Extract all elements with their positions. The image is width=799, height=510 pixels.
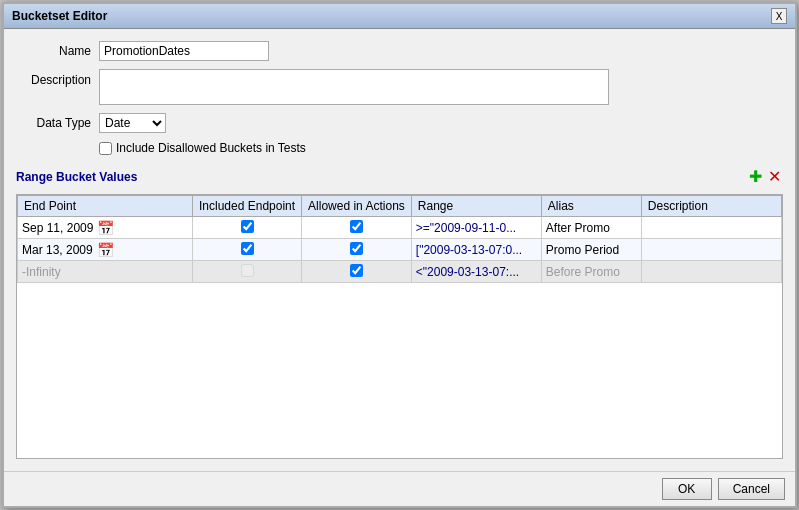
toolbar: ✚ ✕ [747, 167, 783, 186]
range-cell: ["2009-03-13-07:0... [411, 239, 541, 261]
calendar-icon[interactable]: 📅 [97, 242, 114, 258]
alias-cell: Before Promo [541, 261, 641, 283]
dialog-content: Name Description Data Type Date Number S… [4, 29, 795, 471]
section-header: Range Bucket Values ✚ ✕ [16, 167, 783, 186]
delete-button[interactable]: ✕ [766, 167, 783, 186]
col-range: Range [411, 196, 541, 217]
title-bar: Bucketset Editor X [4, 4, 795, 29]
include-disallowed-label: Include Disallowed Buckets in Tests [116, 141, 306, 155]
datatype-select[interactable]: Date Number String [99, 113, 166, 133]
col-alias: Alias [541, 196, 641, 217]
allowed-actions-checkbox[interactable] [350, 220, 363, 233]
col-desc: Description [641, 196, 781, 217]
description-cell [641, 217, 781, 239]
name-input[interactable] [99, 41, 269, 61]
allowed-actions-cell [302, 261, 412, 283]
col-allowed: Allowed in Actions [302, 196, 412, 217]
allowed-actions-checkbox[interactable] [350, 242, 363, 255]
included-endpoint-cell [193, 239, 302, 261]
allowed-actions-cell [302, 239, 412, 261]
desc-row: Description [16, 69, 783, 105]
cancel-button[interactable]: Cancel [718, 478, 785, 500]
section-title: Range Bucket Values [16, 170, 137, 184]
datatype-row: Data Type Date Number String [16, 113, 783, 133]
ok-button[interactable]: OK [662, 478, 712, 500]
included-endpoint-checkbox[interactable] [241, 242, 254, 255]
endpoint-value: Sep 11, 2009 [22, 221, 93, 235]
endpoint-value: -Infinity [22, 265, 61, 279]
description-cell [641, 239, 781, 261]
table-row: Mar 13, 2009📅["2009-03-13-07:0...Promo P… [18, 239, 782, 261]
datatype-label: Data Type [16, 116, 91, 130]
endpoint-cell: Mar 13, 2009📅 [18, 239, 193, 261]
range-cell: <"2009-03-13-07:... [411, 261, 541, 283]
bucket-table: End Point Included Endpoint Allowed in A… [17, 195, 782, 283]
table-container: End Point Included Endpoint Allowed in A… [16, 194, 783, 459]
included-endpoint-checkbox [241, 264, 254, 277]
col-endpoint: End Point [18, 196, 193, 217]
alias-cell: Promo Period [541, 239, 641, 261]
include-disallowed-checkbox[interactable] [99, 142, 112, 155]
alias-cell: After Promo [541, 217, 641, 239]
dialog: Bucketset Editor X Name Description Data… [2, 2, 797, 508]
calendar-icon[interactable]: 📅 [97, 220, 114, 236]
add-button[interactable]: ✚ [747, 167, 764, 186]
col-included: Included Endpoint [193, 196, 302, 217]
endpoint-cell: Sep 11, 2009📅 [18, 217, 193, 239]
description-cell [641, 261, 781, 283]
footer: OK Cancel [4, 471, 795, 506]
included-endpoint-checkbox[interactable] [241, 220, 254, 233]
allowed-actions-checkbox[interactable] [350, 264, 363, 277]
include-disallowed-row: Include Disallowed Buckets in Tests [99, 141, 783, 155]
dialog-title: Bucketset Editor [12, 9, 107, 23]
table-row: -Infinity<"2009-03-13-07:...Before Promo [18, 261, 782, 283]
desc-input[interactable] [99, 69, 609, 105]
table-row: Sep 11, 2009📅>="2009-09-11-0...After Pro… [18, 217, 782, 239]
endpoint-cell: -Infinity [18, 261, 193, 283]
desc-label: Description [16, 73, 91, 87]
name-label: Name [16, 44, 91, 58]
name-row: Name [16, 41, 783, 61]
close-button[interactable]: X [771, 8, 787, 24]
included-endpoint-cell [193, 217, 302, 239]
included-endpoint-cell [193, 261, 302, 283]
range-cell: >="2009-09-11-0... [411, 217, 541, 239]
allowed-actions-cell [302, 217, 412, 239]
endpoint-value: Mar 13, 2009 [22, 243, 93, 257]
